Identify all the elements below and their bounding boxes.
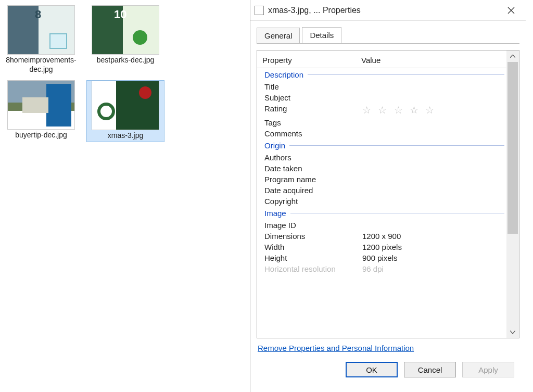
property-name: Dimensions	[264, 232, 362, 241]
cancel-button[interactable]: Cancel	[404, 362, 456, 377]
property-name: Title	[264, 82, 362, 91]
properties-list: Property Value Description Title Subject	[257, 50, 519, 338]
property-value[interactable]: 96 dpi	[362, 264, 506, 273]
section-origin: Origin	[257, 139, 506, 152]
rating-stars[interactable]: ☆ ☆ ☆ ☆ ☆	[362, 104, 506, 116]
property-name: Authors	[264, 153, 362, 162]
file-item[interactable]: bestparks-dec.jpg	[86, 5, 164, 75]
property-name: Horizontal resolution	[264, 264, 362, 273]
file-thumbnail	[92, 5, 159, 55]
scrollbar[interactable]	[506, 50, 519, 338]
property-name: Copyright	[264, 197, 362, 206]
property-row[interactable]: Copyright	[257, 196, 506, 207]
file-name: 8homeimprovements-dec.jpg	[2, 55, 80, 75]
document-icon	[255, 6, 264, 15]
tab-details[interactable]: Details	[302, 27, 341, 43]
property-name: Image ID	[264, 221, 362, 230]
property-value[interactable]	[362, 93, 506, 102]
dialog-titlebar[interactable]: xmas-3.jpg, ... Properties	[250, 0, 526, 21]
property-name: Rating	[264, 104, 362, 116]
file-name: buyertip-dec.jpg	[15, 130, 67, 141]
property-name: Height	[264, 254, 362, 262]
properties-viewport: Property Value Description Title Subject	[257, 50, 506, 338]
section-image: Image	[257, 207, 506, 220]
chevron-down-icon	[510, 331, 515, 334]
section-rule	[308, 74, 504, 75]
property-row[interactable]: Rating ☆ ☆ ☆ ☆ ☆	[257, 103, 506, 117]
property-row[interactable]: Comments	[257, 128, 506, 139]
file-name: xmas-3.jpg	[106, 130, 145, 142]
section-label: Description	[264, 70, 308, 79]
scroll-down-button[interactable]	[506, 326, 519, 338]
column-property: Property	[262, 56, 361, 65]
property-value[interactable]	[362, 186, 506, 195]
details-sheet: Property Value Description Title Subject	[250, 44, 526, 392]
property-value[interactable]	[362, 129, 506, 138]
property-row[interactable]: Date taken	[257, 163, 506, 174]
property-value[interactable]: 1200 pixels	[362, 243, 506, 251]
properties-header: Property Value	[257, 53, 506, 68]
properties-dialog: xmas-3.jpg, ... Properties General Detai…	[250, 0, 526, 392]
tab-general[interactable]: General	[257, 28, 300, 44]
property-value[interactable]	[362, 118, 506, 127]
property-row[interactable]: Subject	[257, 92, 506, 103]
file-name: bestparks-dec.jpg	[97, 55, 155, 66]
remove-properties-link[interactable]: Remove Properties and Personal Informati…	[257, 338, 519, 355]
scroll-thumb[interactable]	[507, 62, 518, 234]
property-name: Width	[264, 243, 362, 251]
file-thumbnail	[7, 80, 75, 130]
column-value: Value	[361, 56, 506, 65]
property-value[interactable]: 900 pixels	[362, 254, 506, 262]
section-description: Description	[257, 68, 506, 81]
property-row[interactable]: Horizontal resolution 96 dpi	[257, 263, 506, 274]
property-name: Subject	[264, 93, 362, 102]
property-row[interactable]: Dimensions 1200 x 900	[257, 231, 506, 242]
property-value[interactable]	[362, 221, 506, 230]
property-row[interactable]: Title	[257, 81, 506, 92]
file-thumbnail	[92, 81, 159, 130]
property-name: Comments	[264, 129, 362, 138]
file-item[interactable]: buyertip-dec.jpg	[2, 80, 80, 142]
property-name: Tags	[264, 118, 362, 127]
property-value[interactable]	[362, 164, 506, 173]
file-grid: 8homeimprovements-dec.jpg bestparks-dec.…	[0, 0, 250, 392]
scroll-up-button[interactable]	[506, 50, 519, 62]
property-value[interactable]	[362, 197, 506, 206]
ok-button[interactable]: OK	[346, 362, 398, 377]
property-row[interactable]: Tags	[257, 117, 506, 128]
property-row[interactable]: Date acquired	[257, 185, 506, 196]
dialog-title: xmas-3.jpg, ... Properties	[268, 6, 501, 15]
section-label: Image	[264, 209, 290, 218]
property-row[interactable]: Image ID	[257, 220, 506, 231]
property-value[interactable]	[362, 82, 506, 91]
property-name: Date taken	[264, 164, 362, 173]
property-value[interactable]	[362, 175, 506, 184]
dialog-buttons: OK Cancel Apply	[257, 355, 519, 386]
property-name: Date acquired	[264, 186, 362, 195]
apply-button: Apply	[462, 362, 514, 377]
section-label: Origin	[264, 141, 289, 150]
property-row[interactable]: Program name	[257, 174, 506, 185]
close-icon	[507, 7, 515, 14]
chevron-up-icon	[510, 55, 515, 58]
property-name: Program name	[264, 175, 362, 184]
file-thumbnail	[7, 5, 75, 55]
property-value[interactable]	[362, 153, 506, 162]
file-item[interactable]: 8homeimprovements-dec.jpg	[2, 5, 80, 75]
property-row[interactable]: Width 1200 pixels	[257, 242, 506, 252]
close-button[interactable]	[501, 3, 522, 18]
property-row[interactable]: Height 900 pixels	[257, 252, 506, 263]
property-value[interactable]: 1200 x 900	[362, 232, 506, 241]
property-row[interactable]: Authors	[257, 152, 506, 163]
tabbar: General Details	[250, 21, 526, 43]
section-rule	[290, 213, 504, 213]
file-item-selected[interactable]: xmas-3.jpg	[86, 80, 164, 142]
section-rule	[289, 145, 504, 146]
